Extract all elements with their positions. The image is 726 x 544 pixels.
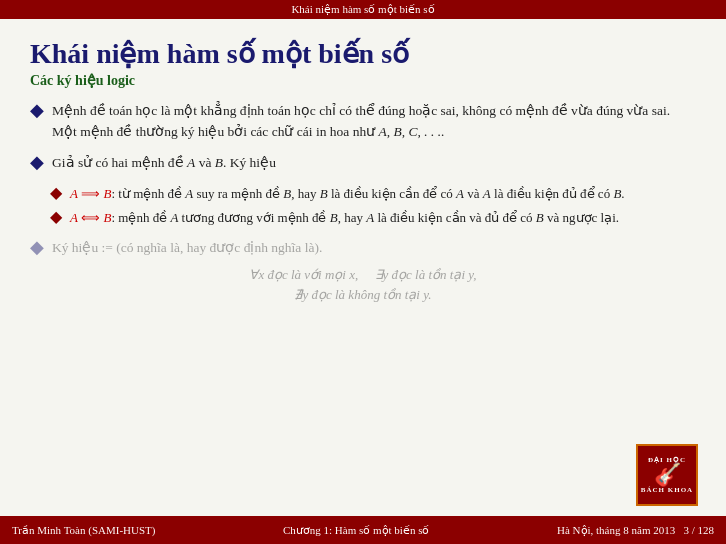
faded-bullet-text: Ký hiệu := (có nghĩa là, hay được định n… xyxy=(52,238,322,259)
bottom-bar: Trần Minh Toàn (SAMI-HUST) Chương 1: Hàm… xyxy=(0,516,726,544)
footer-chapter: Chương 1: Hàm số một biến số xyxy=(283,524,430,537)
logo-box: ĐẠI HỌC 🎸 BÁCH KHOA xyxy=(636,444,698,506)
footer-location: Hà Nội, tháng 8 năm 2013 xyxy=(557,524,675,536)
footer-page: 3 / 128 xyxy=(683,524,714,536)
formula-2: ∄y đọc là không tồn tại y. xyxy=(30,287,696,303)
top-bar: Khái niệm hàm số một biến số xyxy=(0,0,726,19)
bullet-dot-2: ◆ xyxy=(30,151,44,173)
sub-bullet-item-1: ◆ A ⟹ B: từ mệnh đề A suy ra mệnh đề B, … xyxy=(50,184,696,204)
faded-bullet-item: ◆ Ký hiệu := (có nghĩa là, hay được định… xyxy=(30,238,696,259)
main-content: Khái niệm hàm số một biến số Các ký hiệu… xyxy=(0,19,726,303)
logo-area: ĐẠI HỌC 🎸 BÁCH KHOA xyxy=(636,444,698,506)
bullet-text-2: Giả sử có hai mệnh đề A và B. Ký hiệu xyxy=(52,153,276,174)
sub-bullet-text-2: A ⟺ B: mệnh đề A tương đương với mệnh đề… xyxy=(70,208,619,228)
bullet-text-1: Mệnh đề toán học là một khẳng định toán … xyxy=(52,101,696,143)
formula-1: ∀x đọc là với mọi x, ∃y đọc là tồn tại y… xyxy=(30,267,696,283)
sub-bullet-dot-1: ◆ xyxy=(50,183,62,202)
page-title: Khái niệm hàm số một biến số xyxy=(30,37,696,70)
logo-text-bottom: BÁCH KHOA xyxy=(641,486,693,494)
logo-icon: 🎸 xyxy=(654,464,681,486)
faded-bullet-dot: ◆ xyxy=(30,236,44,258)
sub-bullet-item-2: ◆ A ⟺ B: mệnh đề A tương đương với mệnh … xyxy=(50,208,696,228)
bullet-item-2: ◆ Giả sử có hai mệnh đề A và B. Ký hiệu xyxy=(30,153,696,174)
top-bar-title: Khái niệm hàm số một biến số xyxy=(291,3,434,15)
bullet-dot-1: ◆ xyxy=(30,99,44,121)
footer-author: Trần Minh Toàn (SAMI-HUST) xyxy=(12,524,155,537)
content-area: ◆ Mệnh đề toán học là một khẳng định toá… xyxy=(30,101,696,303)
sub-bullet-text-1: A ⟹ B: từ mệnh đề A suy ra mệnh đề B, ha… xyxy=(70,184,625,204)
subtitle: Các ký hiệu logic xyxy=(30,72,696,89)
bullet-item-1: ◆ Mệnh đề toán học là một khẳng định toá… xyxy=(30,101,696,143)
footer-info: Hà Nội, tháng 8 năm 2013 3 / 128 xyxy=(557,524,714,537)
sub-bullet-dot-2: ◆ xyxy=(50,207,62,226)
